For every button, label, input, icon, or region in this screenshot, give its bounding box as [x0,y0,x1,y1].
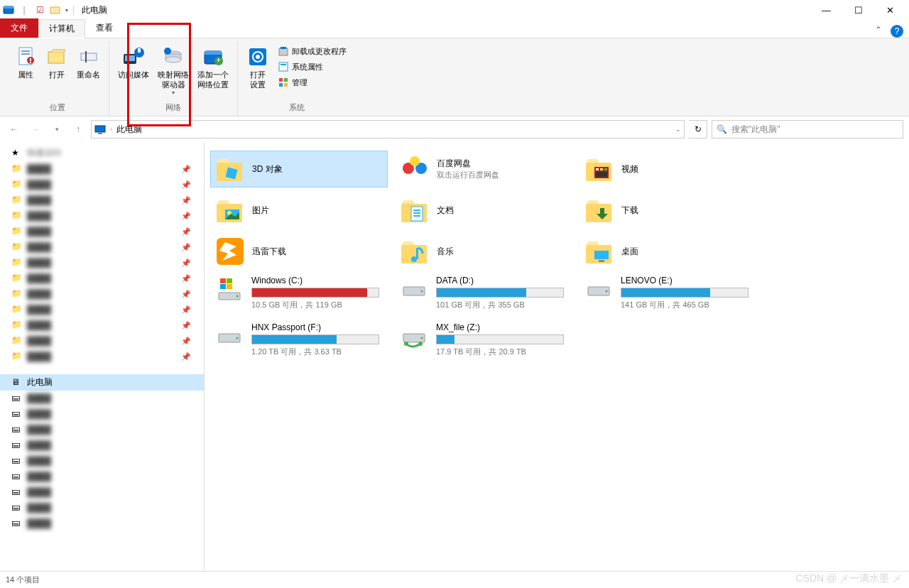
qat-dropdown-icon[interactable]: ▾ [65,7,68,13]
sidebar-item[interactable]: 🖴████ [0,516,204,531]
hdd-icon: 🖴 [11,455,23,467]
pin-icon: 📌 [181,321,191,330]
nav-tree[interactable]: ★快速访问📁████📌📁████📌📁████📌📁████📌📁████📌📁████… [0,142,205,571]
ribbon-open-settings-button[interactable]: 打开 设置 [244,44,272,91]
folder-item[interactable]: 迅雷下载 [210,233,388,270]
tab-view[interactable]: 查看 [85,18,124,38]
ribbon-manage-button[interactable]: 管理 [275,75,349,89]
folder-icon: 📁 [11,304,23,315]
ribbon-add-location-button[interactable]: 添加一个 网络位置 [195,44,232,91]
nav-bar: ← → ▾ ↑ › 此电脑 ⌄ ↻ 🔍 搜索"此电脑" [0,116,909,142]
maximize-button[interactable]: ☐ [842,0,874,20]
svg-point-66 [236,295,239,298]
folder-item[interactable]: 文档 [395,192,572,229]
sidebar-item[interactable]: 📁████📌 [0,161,204,177]
search-input[interactable]: 🔍 搜索"此电脑" [712,120,903,138]
nav-back-button[interactable]: ← [6,121,23,138]
hdd-icon: 🖴 [11,408,23,420]
svg-point-60 [411,256,417,262]
folder-item[interactable]: 下载 [579,192,757,229]
ribbon-uninstall-button[interactable]: 卸载或更改程序 [275,44,349,58]
sidebar-item[interactable]: 🖥此电脑 [0,374,204,391]
svg-rect-13 [125,55,135,61]
sidebar-item[interactable]: 🖴████ [0,453,204,469]
folder-icon: 📁 [11,163,23,175]
sidebar-item[interactable]: 📁████📌 [0,302,204,317]
nav-up-button[interactable]: ↑ [70,121,87,138]
svg-rect-67 [220,278,226,283]
sidebar-item[interactable]: ★快速访问 [0,145,204,161]
nav-recent-button[interactable]: ▾ [48,121,65,138]
close-button[interactable]: ✕ [874,0,906,20]
nav-forward-button[interactable]: → [27,121,44,138]
sidebar-item[interactable]: 🖴████ [0,469,204,484]
folder-item[interactable]: 视频 [579,151,757,187]
sidebar-item[interactable]: 📁████📌 [0,349,204,364]
ribbon-collapse-button[interactable]: ⌃ [871,22,886,38]
drive-item[interactable]: HNX Passport (F:)1.20 TB 可用，共 3.63 TB [210,321,388,364]
svg-rect-24 [218,58,219,62]
drive-item[interactable]: DATA (D:)101 GB 可用，共 355 GB [395,274,572,317]
drive-item[interactable]: Windows (C:)10.5 GB 可用，共 119 GB [210,274,388,317]
refresh-button[interactable]: ↻ [689,120,707,138]
sidebar-item[interactable]: 🖴████ [0,437,204,453]
ribbon-map-drive-button[interactable]: 映射网络 驱动器 ▾ [155,44,192,97]
content-area[interactable]: 3D 对象百度网盘双击运行百度网盘视频图片文档下载迅雷下载音乐桌面 Window… [205,142,909,571]
sidebar-item[interactable]: 📁████📌 [0,333,204,349]
folder-item[interactable]: 百度网盘双击运行百度网盘 [395,151,572,187]
drive-item[interactable]: LENOVO (E:)141 GB 可用，共 465 GB [579,274,757,317]
watermark: CSDN @ メ一滴水墨 メ [795,572,902,585]
sidebar-item[interactable]: 🖴████ [0,391,204,406]
folder-item[interactable]: 音乐 [395,233,572,270]
drive-icon [214,322,244,352]
pin-icon: 📌 [181,165,191,174]
folder-name: 图片 [252,205,269,217]
sidebar-item[interactable]: 🖴████ [0,500,204,516]
tab-file[interactable]: 文件 [0,18,38,38]
sidebar-item[interactable]: 📁████📌 [0,208,204,224]
svg-point-80 [418,342,423,346]
svg-rect-31 [281,64,286,65]
sidebar-item[interactable]: 📁████📌 [0,317,204,333]
sidebar-item[interactable]: 🖴████ [0,406,204,422]
ribbon-sysprops-button[interactable]: 系统属性 [275,60,349,74]
hdd-icon: 🖴 [11,471,23,482]
star-icon: ★ [11,148,23,159]
breadcrumb[interactable]: 此电脑 [116,124,142,136]
address-dropdown-icon[interactable]: ⌄ [675,126,681,133]
sidebar-item[interactable]: 📁████📌 [0,239,204,255]
sidebar-item[interactable]: 📁████📌 [0,271,204,286]
tab-computer[interactable]: 计算机 [38,19,85,38]
ribbon-open-button[interactable]: 打开 [43,44,71,81]
minimize-button[interactable]: — [810,0,842,20]
folder-icon: 📁 [11,273,23,284]
drive-item[interactable]: MX_file (Z:)17.9 TB 可用，共 20.9 TB [395,321,572,364]
folder-name: 音乐 [437,246,454,258]
hdd-icon: 🖴 [11,424,23,435]
help-icon[interactable]: ? [891,25,903,38]
sidebar-item[interactable]: 🖴████ [0,484,204,500]
address-bar[interactable]: › 此电脑 ⌄ [91,120,685,138]
svg-rect-9 [48,52,64,63]
sidebar-item[interactable]: 📁████📌 [0,177,204,192]
drive-sub: 141 GB 可用，共 465 GB [621,300,753,310]
sidebar-item[interactable]: 🖴████ [0,422,204,437]
sidebar-item[interactable]: 📁████📌 [0,286,204,302]
svg-rect-37 [98,133,102,134]
folder-item[interactable]: 图片 [210,192,388,229]
folder-name: 文档 [437,205,454,217]
svg-rect-10 [81,53,97,60]
folder-icon: 📁 [11,241,23,253]
folder-item[interactable]: 3D 对象 [210,151,388,187]
ribbon-media-button[interactable]: 访问媒体 [115,44,152,81]
folder-item[interactable]: 桌面 [579,233,757,270]
sidebar-item[interactable]: 📁████📌 [0,224,204,239]
ribbon-properties-button[interactable]: 属性 [11,44,40,81]
ribbon-rename-button[interactable]: 重命名 [74,44,103,81]
sidebar-item[interactable]: 📁████📌 [0,192,204,208]
qat-folder-icon[interactable] [50,4,61,16]
svg-rect-48 [596,172,607,177]
svg-rect-30 [279,62,288,71]
qat-check-icon[interactable]: ☑ [34,4,45,16]
sidebar-item[interactable]: 📁████📌 [0,255,204,271]
